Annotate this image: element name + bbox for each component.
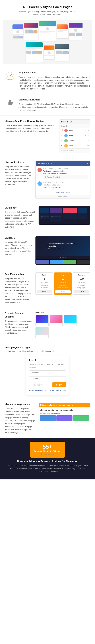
fragment-cache-desc: There are many cache plugins which can s… xyxy=(18,76,90,90)
paid-plan-business-button[interactable]: Select xyxy=(74,290,89,293)
leaderboard-subtitle: General xyxy=(60,124,90,128)
header-title: 40+ Carefully Styled Social Pages xyxy=(3,5,92,9)
message-author: Re: Come, codename pulls... xyxy=(43,170,88,172)
table-row: 🏆 Steven 119 pts xyxy=(60,128,90,133)
paid-plans-mockup: Basic 0 Free forever Basic Access Commun… xyxy=(35,272,90,294)
paid-membership-title: Paid Membership xyxy=(5,272,32,276)
remember-me-checkbox[interactable] xyxy=(29,384,31,386)
message-date: Nicole October 05, 2023 at 12:34 pm xyxy=(43,168,88,170)
elementor-title: Elementor Page Builder xyxy=(5,403,35,406)
notification-message-1: Nicole October 05, 2023 at 12:34 pm Re: … xyxy=(36,166,90,180)
avatar xyxy=(37,168,42,172)
dynamic-card-2 xyxy=(50,315,63,326)
elementor-img-3 xyxy=(73,415,89,421)
create-account-link[interactable]: Create New Account xyxy=(50,389,66,392)
message-text: netus lorem sodales orci.. xyxy=(43,186,88,188)
message-reply: Re: What's Going On? xyxy=(43,175,88,179)
table-row: 2 Andrew 95 pts xyxy=(60,133,90,138)
swiper-dot-2[interactable] xyxy=(62,257,63,258)
paid-plan-basic: Basic 0 Free forever Basic Access Commun… xyxy=(35,272,53,294)
elementor-widget-header: Ultimate solution for your community xyxy=(39,403,90,408)
svg-point-1 xyxy=(9,76,10,77)
swiperjs-title: SwiperJS xyxy=(5,236,32,240)
swiper-dot-4[interactable] xyxy=(65,257,66,258)
notif-greeting: Hello Shaun! xyxy=(41,162,52,165)
premium-badge: 55+ Premium Elementor Widgets & Section … xyxy=(30,442,65,458)
svg-text:CACHE: CACHE xyxy=(8,79,12,80)
avatar xyxy=(64,139,68,142)
username-input[interactable] xyxy=(29,370,66,375)
mockup-card-2 xyxy=(24,23,38,40)
paid-plan-basic-button[interactable]: Select xyxy=(37,290,52,293)
like-icon-col xyxy=(5,98,15,106)
swiper-dot-3[interactable] xyxy=(63,257,64,258)
notif-header: 🔔 Hello Shaun! ✕ xyxy=(36,161,90,166)
swiper-thumb-4[interactable] xyxy=(77,260,90,264)
paid-membership-desc: Integration with the Paid Membership Pro… xyxy=(5,277,32,304)
login-button[interactable]: Log In xyxy=(52,382,66,387)
swiper-thumb-2[interactable] xyxy=(50,260,63,264)
live-notifications-section: Live notifications Integration with WP H… xyxy=(0,157,95,202)
mockup-card-4 xyxy=(57,24,68,38)
speedometer-icon: CACHE xyxy=(5,72,15,81)
mockup-card-1 xyxy=(12,24,23,38)
view-all-messages-link[interactable]: View all messages xyxy=(36,190,90,194)
dynamic-content-title: Dynamic Content Loading xyxy=(5,312,32,318)
swiper-slide-sub: Multi-artist codenames here... xyxy=(48,248,78,250)
swiper-thumb-1[interactable] xyxy=(36,260,49,264)
premium-addons-section: 55+ Premium Elementor Widgets & Section … xyxy=(0,438,95,480)
message-author: Re: What's Going On? xyxy=(43,184,88,186)
gamipress-text: Ultimate GamiPress Reward System Create … xyxy=(5,119,56,133)
swiper-thumb-3[interactable] xyxy=(63,260,76,264)
global-like-section: Global LIKE Button Great integration wit… xyxy=(0,94,95,116)
dark-card-1 xyxy=(40,208,49,219)
fragment-cache-section: CACHE Fragment cache There are many cach… xyxy=(0,67,95,94)
dark-card-3 xyxy=(63,208,77,219)
avatar xyxy=(37,182,42,186)
dynamic-card-3 xyxy=(64,315,77,326)
login-box-title: Log In xyxy=(29,358,66,362)
mockup-card-5 xyxy=(69,23,83,40)
premium-badge-number: 55+ xyxy=(43,444,52,450)
elementor-section: Elementor Page Builder Create front page… xyxy=(0,399,95,438)
live-notif-desc: Integration with WP Heartbeat API. Built… xyxy=(5,165,32,186)
leaderboard-widget: Leaderboard General 🏆 Steven 119 pts 2 A… xyxy=(60,119,90,153)
notif-close-icon[interactable]: ✕ xyxy=(87,162,88,165)
premium-badge-line1: Premium Elementor Widgets xyxy=(34,450,61,453)
mockup-card-6 xyxy=(26,42,43,62)
login-box-subtitle: Sign in to your account and check out th… xyxy=(29,363,66,368)
dynamic-content-desc: Browse groups, members, posts, activitie… xyxy=(5,320,32,334)
swiper-thumbnails xyxy=(35,259,90,265)
notification-message-2: Now April 5, 2023 @ 11:21 am Re: What's … xyxy=(36,180,90,190)
swiperjs-section: SwiperJS Integration with 3 SwiperJS sli… xyxy=(0,232,95,269)
paid-plan-pro-button[interactable]: Select xyxy=(55,290,71,293)
premium-badge-line2: & Section Addons xyxy=(41,453,54,456)
password-input[interactable] xyxy=(29,376,66,381)
swiper-dot-1[interactable] xyxy=(60,257,61,258)
avatar xyxy=(64,129,68,132)
swiper-slide: This is the beginning of a beautiful fri… xyxy=(35,236,90,256)
dark-mode-title: Dark mode xyxy=(5,206,35,210)
paid-plan-pro: Pro $9 per month Full Access Premium Con… xyxy=(54,272,72,294)
dark-card-4 xyxy=(78,208,87,219)
paid-plan-business: Business $29 per month All Features Prio… xyxy=(73,272,90,294)
login-box: Log In Sign in to your account and check… xyxy=(26,355,69,395)
elementor-widget-images xyxy=(40,415,89,421)
gamipress-title: Ultimate GamiPress Reward System xyxy=(5,119,56,123)
dark-mode-mockup xyxy=(39,206,90,225)
dynamic-cards-grid xyxy=(35,315,90,338)
thumbs-up-icon xyxy=(6,98,14,106)
remember-me-row: Remember Me Log In xyxy=(29,382,66,387)
fragment-cache-title: Fragment cache xyxy=(18,71,90,74)
forgot-password-link[interactable]: Forgot your password? xyxy=(29,389,47,392)
leaderboard-title: Leaderboard xyxy=(60,120,90,124)
gamipress-desc: Create achievements for different activi… xyxy=(5,124,56,133)
header-subtitle: Members, groups listings, private messag… xyxy=(17,10,78,16)
popup-login-title: Pop-up Dynamic Login xyxy=(5,346,90,350)
global-like-desc: Great integration with WP ULike plugin. … xyxy=(18,103,90,112)
mockup-card-8 xyxy=(55,44,69,61)
elementor-mockup: Ultimate solution for your community Ult… xyxy=(39,403,90,422)
elementor-widget: Ultimate solution for your community Ult… xyxy=(39,403,90,422)
speedometer-icon-col: CACHE xyxy=(5,71,15,81)
bell-icon: 🔔 xyxy=(37,162,40,165)
